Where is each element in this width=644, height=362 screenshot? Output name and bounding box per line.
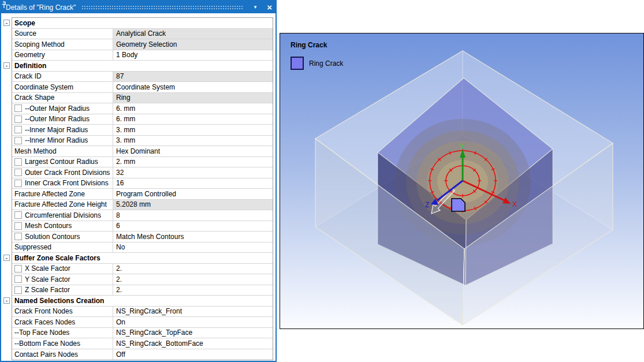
details-row[interactable]: Z Scale Factor2. (12, 285, 273, 296)
property-value[interactable]: 6. mm (113, 114, 273, 125)
details-row[interactable]: Circumferential Divisions8 (12, 210, 273, 221)
property-value[interactable]: NS_RingCrack_BottomFace (113, 338, 273, 349)
graphics-viewport[interactable]: Y X Z Ring Crack Ring Crack (280, 33, 644, 329)
ring-crack-annotation-marker[interactable] (452, 199, 465, 211)
property-value[interactable]: No (113, 242, 273, 253)
checkbox[interactable] (14, 222, 22, 230)
checkbox[interactable] (14, 158, 22, 166)
details-row[interactable]: Contact Pairs NodesOff (12, 349, 273, 360)
details-row[interactable]: Mesh MethodHex Dominant (12, 146, 273, 157)
scene-canvas[interactable]: Y X Z (280, 33, 643, 329)
details-row[interactable]: Crack Front NodesNS_RingCrack_Front (12, 307, 273, 318)
property-label-cell: Contact Pairs Nodes (12, 349, 113, 360)
details-row[interactable]: Geometry1 Body (12, 50, 273, 61)
property-value[interactable]: 2. (113, 264, 273, 274)
details-row[interactable]: Crack Faces NodesOn (12, 317, 273, 328)
details-row[interactable]: Y Scale Factor2. (12, 274, 273, 285)
details-row[interactable]: Scoping MethodGeometry Selection (12, 39, 273, 50)
property-value[interactable]: Off (113, 349, 273, 360)
property-value[interactable]: 8 (113, 210, 273, 221)
property-label-cell: Source (12, 29, 113, 39)
checkbox[interactable] (14, 126, 22, 133)
collapse-toggle-icon[interactable]: - (3, 20, 10, 26)
details-row[interactable]: Largest Contour Radius2. mm (12, 157, 273, 168)
section-title: Definition (14, 62, 46, 70)
property-label: --Bottom Face Nodes (14, 339, 80, 348)
property-label: Crack Front Nodes (14, 307, 73, 315)
checkbox[interactable] (14, 180, 22, 187)
property-label-cell: Z Scale Factor (12, 285, 113, 296)
checkbox[interactable] (14, 137, 22, 144)
property-label: Suppressed (14, 243, 51, 251)
details-row[interactable]: Crack ID87 (12, 72, 273, 83)
collapse-toggle-icon[interactable]: - (3, 62, 10, 69)
collapse-toggle-icon[interactable]: - (3, 297, 10, 304)
collapse-toggle-icon[interactable]: - (3, 255, 10, 261)
property-value[interactable]: 6 (113, 221, 273, 232)
property-value[interactable]: 3. mm (113, 125, 273, 135)
details-row[interactable]: Coordinate SystemCoordinate System (12, 82, 273, 93)
section-header: -Scope (12, 18, 273, 29)
property-value[interactable]: 2. (113, 274, 273, 285)
checkbox[interactable] (14, 275, 22, 283)
checkbox[interactable] (14, 169, 22, 176)
details-row[interactable]: --Outer Minor Radius6. mm (12, 114, 273, 125)
property-value[interactable]: Hex Dominant (113, 146, 273, 156)
property-value[interactable]: 1 Body (113, 50, 273, 61)
property-label: Contact Pairs Nodes (14, 350, 78, 359)
property-label-cell: Coordinate System (12, 82, 113, 92)
details-row[interactable]: Outer Crack Front Divisions32 (12, 167, 273, 178)
property-label-cell: Crack Shape (12, 93, 113, 103)
property-value[interactable]: Coordinate System (113, 82, 273, 92)
property-label: Fracture Affected Zone Height (14, 200, 107, 208)
legend-label: Ring Crack (309, 59, 343, 68)
checkbox[interactable] (14, 233, 22, 240)
details-row[interactable]: Crack ShapeRing (12, 93, 273, 104)
chevron-down-icon[interactable]: ▾ (254, 5, 257, 10)
details-row[interactable]: Fracture Affected ZoneProgram Controlled (12, 189, 273, 200)
property-value[interactable]: 3. mm (113, 136, 273, 146)
property-value[interactable]: On (113, 317, 273, 327)
property-value[interactable]: NS_RingCrack_TopFace (113, 328, 273, 338)
property-value: Analytical Crack (113, 29, 273, 39)
property-label: Coordinate System (14, 83, 73, 91)
property-value[interactable]: Program Controlled (113, 189, 273, 199)
section-header: -Named Selections Creation (12, 296, 273, 307)
details-row[interactable]: --Outer Major Radius6. mm (12, 103, 273, 114)
property-label: Largest Contour Radius (25, 158, 98, 166)
property-label: --Top Face Nodes (14, 329, 69, 337)
close-icon[interactable]: × (267, 3, 272, 11)
property-label-cell: Mesh Method (12, 146, 113, 156)
details-row[interactable]: --Top Face NodesNS_RingCrack_TopFace (12, 328, 273, 339)
details-row[interactable]: Inner Crack Front Divisions16 (12, 178, 273, 189)
checkbox[interactable] (14, 211, 22, 219)
property-label: Y Scale Factor (25, 275, 70, 283)
property-value[interactable]: 2. (113, 285, 273, 296)
checkbox[interactable] (14, 286, 22, 294)
property-value[interactable]: Match Mesh Contours (113, 232, 273, 242)
property-value[interactable]: 32 (113, 167, 273, 178)
details-row[interactable]: Mesh Contours6 (12, 221, 273, 232)
details-row[interactable]: SuppressedNo (12, 242, 273, 253)
property-value[interactable]: 16 (113, 178, 273, 189)
property-value[interactable]: 2. mm (113, 157, 273, 167)
property-label: Scoping Method (14, 40, 65, 48)
details-row[interactable]: --Bottom Face NodesNS_RingCrack_BottomFa… (12, 338, 273, 349)
details-pane-titlebar[interactable]: Details of "Ring Crack" ▾ × (1, 1, 276, 13)
property-label-cell: Mesh Contours (12, 221, 113, 232)
details-row[interactable]: Fracture Affected Zone Height5.2028 mm (12, 200, 273, 211)
checkbox[interactable] (14, 105, 22, 112)
checkbox[interactable] (14, 265, 22, 273)
property-value[interactable]: 6. mm (113, 103, 273, 114)
details-row[interactable]: Solution ContoursMatch Mesh Contours (12, 232, 273, 242)
details-row[interactable]: X Scale Factor2. (12, 264, 273, 275)
property-value: Geometry Selection (113, 39, 273, 50)
property-label: Inner Crack Front Divisions (25, 179, 109, 187)
property-value[interactable]: NS_RingCrack_Front (113, 307, 273, 317)
property-label: Z Scale Factor (25, 286, 70, 294)
details-row[interactable]: --Inner Minor Radius3. mm (12, 136, 273, 147)
checkbox[interactable] (14, 115, 22, 123)
details-row[interactable]: SourceAnalytical Crack (12, 29, 273, 40)
property-label-cell: --Bottom Face Nodes (12, 338, 113, 349)
details-row[interactable]: --Inner Major Radius3. mm (12, 125, 273, 136)
